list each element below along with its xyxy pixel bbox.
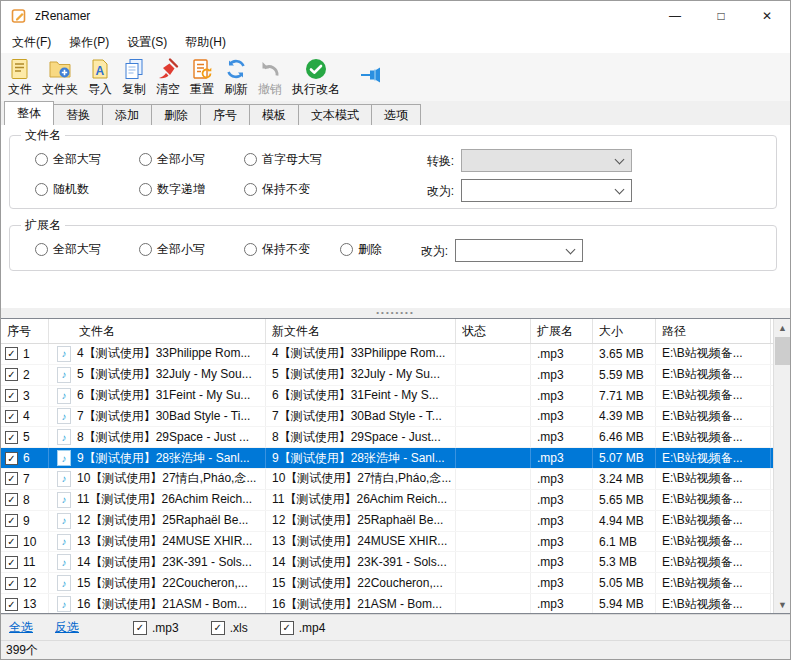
row-checkbox[interactable]: ✓ — [5, 431, 18, 444]
row-checkbox[interactable]: ✓ — [5, 556, 18, 569]
row-checkbox[interactable]: ✓ — [5, 452, 18, 465]
cell-extension: .mp3 — [531, 407, 593, 427]
table-row[interactable]: ✓3♪6【测试使用】31Feint - My Su...6【测试使用】31Fei… — [1, 386, 773, 407]
toolbar-button-refresh[interactable]: 刷新 — [219, 55, 253, 98]
column-header-5[interactable]: 大小 — [593, 319, 656, 343]
cell-extension-text: .mp3 — [537, 535, 564, 549]
toolbar-button-clear[interactable]: 清空 — [151, 55, 185, 98]
toolbar-button-copy[interactable]: 复制 — [117, 55, 151, 98]
row-checkbox[interactable]: ✓ — [5, 472, 18, 485]
menu-item-3[interactable]: 帮助(H) — [176, 31, 235, 53]
radio-option[interactable]: 全部小写 — [139, 151, 244, 168]
radio-icon — [340, 243, 353, 256]
table-row[interactable]: ✓11♪14【测试使用】23K-391 - Sols...14【测试使用】23K… — [1, 552, 773, 573]
table-row[interactable]: ✓6♪9【测试使用】28张浩坤 - Sanl...9【测试使用】28张浩坤 - … — [1, 448, 773, 469]
row-checkbox[interactable]: ✓ — [5, 598, 18, 611]
column-header-3[interactable]: 状态 — [456, 319, 531, 343]
scroll-up-icon[interactable]: ▲ — [774, 319, 790, 336]
table-row[interactable]: ✓9♪12【测试使用】25Raphaël Be...12【测试使用】25Raph… — [1, 511, 773, 532]
radio-option[interactable]: 全部大写 — [35, 151, 139, 168]
filter-checkbox[interactable]: ✓ — [280, 621, 294, 635]
scrollbar-thumb[interactable] — [775, 337, 790, 365]
cell-new-filename: 16【测试使用】21ASM - Bom... — [266, 594, 456, 613]
close-button[interactable]: ✕ — [744, 1, 790, 31]
filter-checkbox[interactable]: ✓ — [133, 621, 147, 635]
pin-toolbar-button[interactable] — [359, 65, 387, 88]
menu-item-0[interactable]: 文件(F) — [3, 31, 60, 53]
toolbar-button-reset[interactable]: 重置 — [185, 55, 219, 98]
tab-2[interactable]: 添加 — [102, 104, 152, 125]
row-checkbox[interactable]: ✓ — [5, 389, 18, 402]
radio-option[interactable]: 数字递增 — [139, 181, 244, 198]
row-checkbox[interactable]: ✓ — [5, 410, 18, 423]
cell-path-text: E:\B站视频备... — [662, 533, 743, 550]
minimize-button[interactable]: — — [652, 1, 698, 31]
table-row[interactable]: ✓5♪8【测试使用】29Space - Just ...8【测试使用】29Spa… — [1, 427, 773, 448]
maximize-button[interactable]: □ — [698, 1, 744, 31]
scroll-down-icon[interactable]: ▼ — [774, 596, 790, 613]
cell-status — [456, 344, 531, 364]
table-row[interactable]: ✓8♪11【测试使用】26Achim Reich...11【测试使用】26Ach… — [1, 490, 773, 511]
table-row[interactable]: ✓7♪10【测试使用】27情白,Pháo,念...10【测试使用】27情白,Ph… — [1, 469, 773, 490]
radio-option[interactable]: 保持不变 — [244, 241, 340, 258]
column-header-0[interactable]: 序号 — [1, 319, 49, 343]
table-row[interactable]: ✓1♪4【测试使用】33Philippe Rom...4【测试使用】33Phil… — [1, 344, 773, 365]
toolbar-button-label: 撤销 — [258, 82, 282, 97]
row-checkbox[interactable]: ✓ — [5, 577, 18, 590]
table-row[interactable]: ✓4♪7【测试使用】30Bad Style - Ti...7【测试使用】30Ba… — [1, 407, 773, 428]
column-header-4[interactable]: 扩展名 — [531, 319, 593, 343]
row-checkbox[interactable]: ✓ — [5, 368, 18, 381]
music-note-icon: ♪ — [57, 471, 71, 487]
toolbar-button-file[interactable]: 文件 — [3, 55, 37, 98]
toolbar-button-execute-rename[interactable]: 执行改名 — [287, 55, 345, 98]
radio-option[interactable]: 随机数 — [35, 181, 139, 198]
table-row[interactable]: ✓10♪13【测试使用】24MUSE XHIR...13【测试使用】24MUSE… — [1, 532, 773, 553]
menu-item-2[interactable]: 设置(S) — [118, 31, 176, 53]
chevron-down-icon — [566, 245, 576, 255]
filename-text: 12【测试使用】25Raphaël Be... — [77, 512, 248, 529]
menu-item-1[interactable]: 操作(P) — [60, 31, 118, 53]
tab-6[interactable]: 文本模式 — [298, 104, 372, 125]
tab-5[interactable]: 模板 — [249, 104, 299, 125]
column-header-6[interactable]: 路径 — [656, 319, 771, 343]
row-checkbox[interactable]: ✓ — [5, 535, 18, 548]
cell-size-text: 5.94 MB — [599, 597, 644, 611]
filter-xls[interactable]: ✓.xls — [211, 621, 248, 635]
filter-mp4[interactable]: ✓.mp4 — [280, 621, 326, 635]
filter-mp3[interactable]: ✓.mp3 — [133, 621, 179, 635]
cell-path: E:\B站视频备... — [656, 532, 771, 552]
vertical-scrollbar[interactable]: ▲ ▼ — [773, 319, 790, 613]
table-row[interactable]: ✓2♪5【测试使用】32July - My Sou...5【测试使用】32Jul… — [1, 365, 773, 386]
table-row[interactable]: ✓13♪16【测试使用】21ASM - Bom...16【测试使用】21ASM … — [1, 594, 773, 613]
row-checkbox[interactable]: ✓ — [5, 493, 18, 506]
cell-new-filename-text: 11【测试使用】26Achim Reich... — [272, 491, 447, 508]
radio-option[interactable]: 全部大写 — [35, 241, 139, 258]
row-checkbox[interactable]: ✓ — [5, 347, 18, 360]
panel-splitter[interactable]: •••••••• — [1, 308, 790, 318]
toolbar-button-import[interactable]: A导入 — [83, 55, 117, 98]
filter-checkbox[interactable]: ✓ — [211, 621, 225, 635]
table-row[interactable]: ✓12♪15【测试使用】22Coucheron,...15【测试使用】22Cou… — [1, 573, 773, 594]
toolbar-button-folder[interactable]: 文件夹 — [37, 55, 83, 98]
toolbar-button-undo: 撤销 — [253, 55, 287, 98]
cell-new-filename: 6【测试使用】31Feint - My S... — [266, 386, 456, 406]
extension-changeto-combobox[interactable] — [455, 239, 583, 262]
row-checkbox[interactable]: ✓ — [5, 514, 18, 527]
select-all-link[interactable]: 全选 — [9, 619, 33, 636]
cell-new-filename: 12【测试使用】25Raphaël Be... — [266, 511, 456, 531]
tab-7[interactable]: 选项 — [371, 104, 421, 125]
column-header-2[interactable]: 新文件名 — [266, 319, 456, 343]
radio-option[interactable]: 首字母大写 — [244, 151, 334, 168]
filename-text: 15【测试使用】22Coucheron,... — [77, 575, 248, 592]
cell-status — [456, 448, 531, 468]
radio-option[interactable]: 保持不变 — [244, 181, 334, 198]
tab-4[interactable]: 序号 — [200, 104, 250, 125]
tab-3[interactable]: 删除 — [151, 104, 201, 125]
invert-selection-link[interactable]: 反选 — [55, 619, 79, 636]
column-header-1[interactable]: 文件名 — [49, 319, 266, 343]
radio-option[interactable]: 全部小写 — [139, 241, 244, 258]
filename-changeto-combobox[interactable] — [461, 179, 632, 202]
selection-toolbar: 全选 反选 ✓.mp3✓.xls✓.mp4 — [1, 614, 790, 640]
tab-0[interactable]: 整体 — [4, 101, 54, 125]
tab-1[interactable]: 替换 — [53, 104, 103, 125]
